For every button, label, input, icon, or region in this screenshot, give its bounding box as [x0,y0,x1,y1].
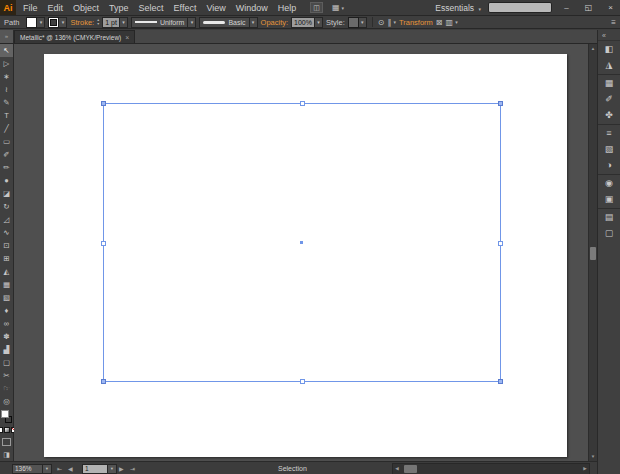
selection-handle-bottom-right[interactable] [498,379,503,384]
artboard-dropdown-icon[interactable]: ▾ [107,464,117,474]
artboard-number-field[interactable]: 1 [82,464,108,474]
fill-stroke-indicator[interactable] [0,408,13,425]
shape-builder-tool[interactable]: ⊞ [0,252,13,265]
symbols-panel[interactable]: ✤ [598,107,620,123]
menu-edit[interactable]: Edit [43,3,69,13]
free-transform-tool[interactable]: ⊡ [0,239,13,252]
tab-close-icon[interactable]: × [125,34,129,41]
align-icon[interactable]: ∥ [387,18,391,27]
gradient-panel[interactable]: ▧ [598,141,620,157]
transparency-panel[interactable]: ◑ [598,157,620,173]
expand-panels-button[interactable]: « [598,30,620,41]
search-input[interactable] [488,2,552,13]
vertical-scrollbar[interactable]: ▲ ▼ [588,44,597,461]
stroke-width-control[interactable]: 1 pt ▾ [102,17,128,28]
scroll-left-icon[interactable]: ◀ [393,464,401,474]
gradient-tool[interactable]: ▧ [0,291,13,304]
perspective-grid-tool[interactable]: ◭ [0,265,13,278]
transform-panel-link[interactable]: Transform [399,18,433,27]
scale-tool[interactable]: ◿ [0,213,13,226]
width-tool[interactable]: ∿ [0,226,13,239]
chevron-down-icon[interactable]: ▾ [120,17,128,28]
color-button[interactable] [0,427,3,433]
blob-brush-tool[interactable]: ● [0,174,13,187]
minimize-button[interactable]: – [559,3,574,12]
chevron-down-icon[interactable]: ▾ [250,17,258,28]
horizontal-scrollbar[interactable]: ◀ ▶ [392,463,590,474]
last-artboard-icon[interactable]: ⇥ [130,465,135,472]
selection-handle-top-left[interactable] [101,101,106,106]
column-graph-tool[interactable]: ▟ [0,343,13,356]
vertical-scrollbar-thumb[interactable] [590,247,596,260]
selection-handle-top-mid[interactable] [300,101,305,106]
document-tab[interactable]: Metallic* @ 136% (CMYK/Preview) × [14,30,135,43]
stroke-profile-control[interactable]: Uniform ▾ [131,17,197,28]
menu-window[interactable]: Window [231,3,273,13]
restore-button[interactable]: ◱ [581,3,596,12]
artboards-panel[interactable]: ▢ [598,225,620,241]
symbol-sprayer-tool[interactable]: ✽ [0,330,13,343]
stroke-profile-widget[interactable]: Uniform [131,17,189,28]
chevron-down-icon[interactable]: ▾ [359,17,367,28]
opacity-control[interactable]: 100% ▾ [291,17,323,28]
fill-color-control[interactable]: ▾ [26,17,45,28]
fill-box-icon[interactable] [1,410,9,418]
selection-handle-left-mid[interactable] [101,241,106,246]
slice-tool[interactable]: ✂ [0,369,13,382]
isolate-object-icon[interactable]: ⊠ [436,18,443,27]
line-segment-tool[interactable]: ╱ [0,122,13,135]
chevron-down-icon[interactable]: ▾ [188,17,196,28]
style-control[interactable]: ▾ [348,17,367,28]
selection-handle-bottom-left[interactable] [101,379,106,384]
scroll-down-icon[interactable]: ▼ [589,452,597,461]
eraser-tool[interactable]: ◪ [0,187,13,200]
stroke-color-control[interactable]: ▾ [48,17,67,28]
selection-handle-bottom-mid[interactable] [300,379,305,384]
horizontal-scrollbar-thumb[interactable] [404,465,417,473]
mesh-tool[interactable]: ▦ [0,278,13,291]
pen-tool[interactable]: ✎ [0,96,13,109]
swatches-panel[interactable]: ▦ [598,74,620,91]
zoom-dropdown-icon[interactable]: ▾ [42,464,52,474]
type-tool[interactable]: T [0,109,13,122]
opacity-panel-link[interactable]: Opacity: [261,18,289,27]
screen-mode-button[interactable]: ◨ [3,451,10,459]
menu-view[interactable]: View [201,3,230,13]
select-similar-icon[interactable]: ▥ [446,18,454,27]
brushes-panel[interactable]: ✐ [598,91,620,107]
blend-tool[interactable]: ∞ [0,317,13,330]
stroke-swatch[interactable] [48,17,59,28]
menu-help[interactable]: Help [273,3,302,13]
fill-swatch[interactable] [26,17,37,28]
gradient-button[interactable] [4,427,10,433]
recolor-artwork-icon[interactable]: ⊙ [378,18,385,27]
graphic-styles-panel[interactable]: ▣ [598,191,620,207]
selection-handle-top-right[interactable] [498,101,503,106]
menu-effect[interactable]: Effect [169,3,202,13]
zoom-tool[interactable]: ◎ [0,395,13,408]
first-artboard-icon[interactable]: ⇤ [57,465,62,472]
opacity-field[interactable]: 100% [291,17,315,28]
arrange-documents-icon[interactable]: ▦ ▾ [332,3,344,12]
appearance-panel[interactable]: ◉ [598,174,620,191]
drawing-mode-button[interactable] [2,438,11,446]
chevron-down-icon[interactable]: ▾ [59,17,67,28]
zoom-level-field[interactable]: 136% [12,464,43,474]
direct-selection-tool[interactable]: ▷ [0,57,13,70]
chevron-down-icon[interactable]: ▾ [37,17,45,28]
stepper-down-icon[interactable]: ▾ [97,22,99,26]
brush-definition-widget[interactable]: Basic [199,17,249,28]
artboard-tool[interactable]: ▢ [0,356,13,369]
scroll-up-icon[interactable]: ▲ [589,44,597,53]
close-button[interactable]: × [603,3,618,12]
stroke-panel-link[interactable]: Stroke: [70,18,94,27]
align-control[interactable]: ∥ ▾ [387,18,396,27]
stroke-panel[interactable]: ≡ [598,124,620,141]
color-panel[interactable]: ◧ [598,41,620,57]
magic-wand-tool[interactable]: ∗ [0,70,13,83]
stroke-width-stepper[interactable]: ▴ ▾ [97,18,99,26]
selection-handle-right-mid[interactable] [498,241,503,246]
selection-tool[interactable]: ↖ [0,44,13,57]
style-swatch[interactable] [348,17,359,28]
control-panel-menu-icon[interactable]: ≡ [611,18,616,27]
